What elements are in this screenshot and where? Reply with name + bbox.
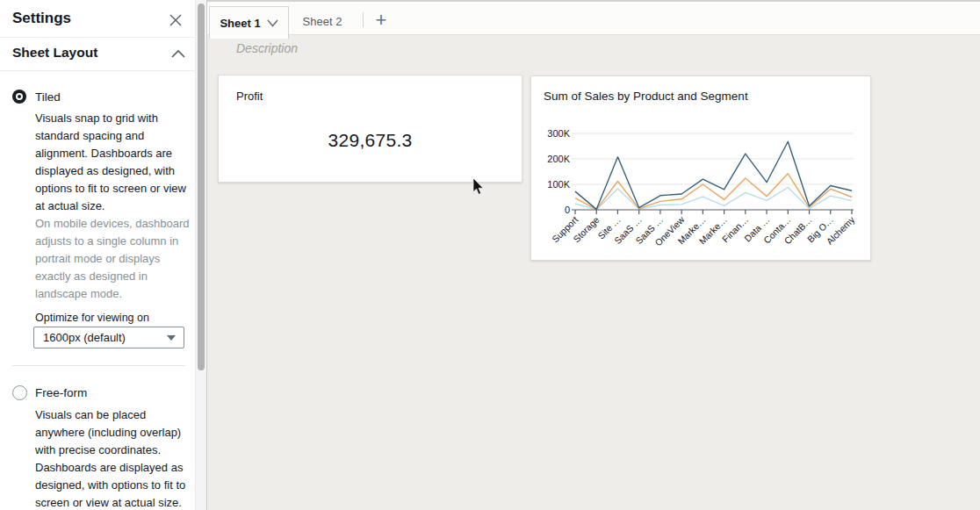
freeform-description: Visuals can be placed anywhere (includin…	[35, 406, 193, 510]
optimize-viewing-select[interactable]: 1600px (default)	[33, 327, 184, 348]
kpi-title: Profit	[236, 90, 263, 103]
add-sheet-button[interactable]: +	[368, 7, 394, 33]
tiled-radio[interactable]	[12, 90, 26, 104]
tab-sheet-1[interactable]: Sheet 1	[209, 6, 289, 39]
sheet-tab-bar: Sheet 1 Sheet 2 +	[207, 2, 980, 35]
divider	[363, 12, 364, 27]
optimize-viewing-value: 1600px (default)	[34, 331, 167, 344]
divider	[0, 70, 195, 71]
quicksight-app: Settings Sheet Layout Tiled Visuals snap…	[0, 0, 980, 510]
optimize-viewing-label: Optimize for viewing on	[35, 312, 149, 324]
svg-text:100K: 100K	[547, 179, 570, 190]
freeform-radio[interactable]	[12, 385, 27, 400]
svg-text:300K: 300K	[547, 128, 570, 139]
sheet-description-input[interactable]: Description	[236, 41, 298, 55]
settings-panel: Settings Sheet Layout Tiled Visuals snap…	[0, 0, 195, 510]
tiled-description-secondary: On mobile devices, dashboard adjusts to …	[35, 215, 193, 303]
sheet-canvas: Sheet 1 Sheet 2 + Description Profit 329…	[206, 0, 980, 510]
chevron-up-icon[interactable]	[170, 48, 186, 61]
divider	[0, 37, 195, 38]
caret-down-icon	[167, 335, 176, 341]
sales-chart: 0100K200K300KSupportStorageSite …SaaS …S…	[531, 76, 870, 260]
tab-sheet-2-label: Sheet 2	[303, 15, 342, 28]
kpi-value: 329,675.3	[219, 130, 522, 151]
svg-text:0: 0	[565, 205, 570, 215]
tiled-description-primary: Visuals snap to grid with standard spaci…	[35, 110, 193, 215]
sales-line-chart-visual[interactable]: Sum of Sales by Product and Segment 0100…	[530, 75, 871, 261]
freeform-radio-label[interactable]: Free-form	[35, 386, 87, 399]
divider	[12, 365, 185, 366]
close-icon[interactable]	[168, 12, 184, 28]
sidebar-scrollbar-track[interactable]	[195, 0, 206, 510]
chevron-down-icon[interactable]	[267, 19, 278, 27]
tab-sheet-2[interactable]: Sheet 2	[288, 8, 357, 34]
svg-text:200K: 200K	[547, 154, 570, 164]
tab-sheet-1-label: Sheet 1	[220, 17, 260, 30]
settings-panel-title: Settings	[12, 10, 71, 27]
sidebar-scrollbar-thumb[interactable]	[198, 4, 205, 370]
tiled-radio-label[interactable]: Tiled	[35, 90, 61, 104]
profit-kpi-visual[interactable]: Profit 329,675.3	[218, 75, 522, 183]
sheet-layout-section-title: Sheet Layout	[12, 45, 97, 61]
